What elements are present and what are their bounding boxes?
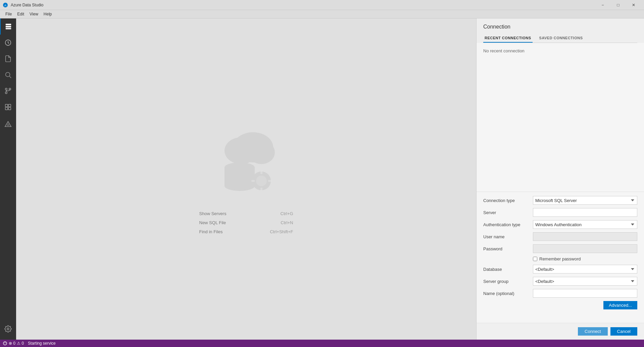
advanced-row: Advanced... [483,301,637,309]
app-icon: A [3,2,8,8]
server-row: Server [483,208,637,217]
svg-point-15 [7,328,9,330]
settings-spin-icon [3,341,7,346]
form-actions: Connect Cancel [477,323,644,340]
svg-rect-13 [5,107,8,110]
panel-header: Connection RECENT CONNECTIONS SAVED CONN… [477,18,644,43]
svg-point-18 [248,141,275,164]
new-sql-file-label: New SQL File [199,220,226,225]
tab-recent-connections[interactable]: RECENT CONNECTIONS [483,34,533,43]
welcome-graphic: Show Servers Ctrl+G New SQL File Ctrl+N … [199,124,293,234]
find-in-files-label: Find in Files [199,229,223,234]
database-label: Database [483,267,530,272]
status-left: ⊗ 0 ⚠ 0 Starting service [3,341,56,346]
sidebar-icon-settings[interactable] [0,321,16,337]
server-group-label: Server group [483,279,530,284]
content-area: Show Servers Ctrl+G New SQL File Ctrl+N … [16,18,476,340]
connection-form: Connection type Microsoft SQL Server Ser… [477,192,644,317]
database-row: Database <Default> [483,265,637,274]
connect-button[interactable]: Connect [578,327,607,336]
sidebar-icon-new-file[interactable] [0,51,16,67]
sidebar-icon-search[interactable] [0,67,16,83]
find-in-files-key: Ctrl+Shift+F [270,229,293,234]
name-input[interactable] [533,289,637,298]
menu-help[interactable]: Help [41,11,55,17]
username-label: User name [483,234,530,239]
panel-title: Connection [483,24,637,30]
menu-file[interactable]: File [3,11,14,17]
warning-count: ⚠ 0 [17,341,24,346]
svg-rect-29 [268,180,271,182]
menu-view[interactable]: View [27,11,41,17]
shortcut-show-servers: Show Servers Ctrl+G [199,211,293,216]
connection-type-row: Connection type Microsoft SQL Server [483,196,637,205]
username-input[interactable] [533,232,637,241]
status-text: Starting service [28,341,56,346]
svg-point-6 [6,72,10,77]
new-sql-file-key: Ctrl+N [281,220,293,225]
svg-line-7 [9,76,11,78]
auth-type-select[interactable]: Windows Authentication SQL Login [533,220,637,229]
auth-type-row: Authentication type Windows Authenticati… [483,220,637,229]
menu-bar: File Edit View Help [0,10,644,18]
password-row: Password [483,244,637,253]
password-input[interactable] [533,244,637,253]
shortcuts-list: Show Servers Ctrl+G New SQL File Ctrl+N … [199,211,293,234]
sidebar [0,18,16,340]
main-area: Show Servers Ctrl+G New SQL File Ctrl+N … [0,18,644,340]
shortcut-new-sql-file: New SQL File Ctrl+N [199,220,293,225]
svg-rect-14 [8,107,11,110]
svg-rect-27 [260,188,262,191]
connection-type-select[interactable]: Microsoft SQL Server [533,196,637,205]
show-servers-label: Show Servers [199,211,227,216]
svg-point-8 [5,88,7,90]
svg-rect-3 [6,26,11,28]
show-servers-key: Ctrl+G [281,211,293,216]
server-group-row: Server group <Default> [483,277,637,286]
svg-rect-28 [251,180,255,182]
name-label: Name (optional) [483,291,530,296]
name-row: Name (optional) [483,289,637,298]
watermark-logo [209,124,283,198]
remember-password-row: Remember password [483,256,637,261]
auth-type-label: Authentication type [483,222,530,227]
app-title: Azure Data Studio [11,3,43,7]
server-group-select[interactable]: <Default> [533,277,637,286]
connection-panel: Connection RECENT CONNECTIONS SAVED CONN… [476,18,644,340]
password-label: Password [483,246,530,251]
error-count: ⊗ 0 [9,341,15,346]
tab-saved-connections[interactable]: SAVED CONNECTIONS [538,34,584,43]
remember-password-label[interactable]: Remember password [539,256,581,261]
database-select[interactable]: <Default> [533,265,637,274]
no-recent-text: No recent connection [483,48,525,53]
svg-text:A: A [4,4,6,7]
window-controls: − □ ✕ [595,0,641,10]
server-input[interactable] [533,208,637,217]
svg-rect-2 [6,24,11,26]
menu-edit[interactable]: Edit [14,11,27,17]
minimize-button[interactable]: − [595,0,610,10]
status-errors: ⊗ 0 ⚠ 0 [3,341,24,346]
advanced-button[interactable]: Advanced... [603,301,637,309]
title-bar: A Azure Data Studio − □ ✕ [0,0,644,10]
panel-tabs: RECENT CONNECTIONS SAVED CONNECTIONS [483,34,637,43]
sidebar-icon-source-control[interactable] [0,83,16,99]
status-bar: ⊗ 0 ⚠ 0 Starting service [0,340,644,347]
cancel-button[interactable]: Cancel [610,327,637,336]
close-button[interactable]: ✕ [626,0,641,10]
svg-rect-26 [260,171,262,174]
sidebar-icon-servers[interactable] [0,18,16,35]
recent-connections-section: No recent connection [477,43,644,192]
sidebar-icon-azure[interactable] [0,116,16,133]
maximize-button[interactable]: □ [610,0,626,10]
svg-rect-4 [6,28,11,30]
connection-type-label: Connection type [483,198,530,203]
sidebar-icon-extensions[interactable] [0,99,16,115]
svg-point-25 [256,176,267,186]
sidebar-icon-history[interactable] [0,35,16,51]
shortcut-find-in-files: Find in Files Ctrl+Shift+F [199,229,293,234]
svg-rect-12 [8,104,11,107]
username-row: User name [483,232,637,241]
svg-rect-11 [5,104,8,107]
remember-password-checkbox[interactable] [533,257,537,261]
